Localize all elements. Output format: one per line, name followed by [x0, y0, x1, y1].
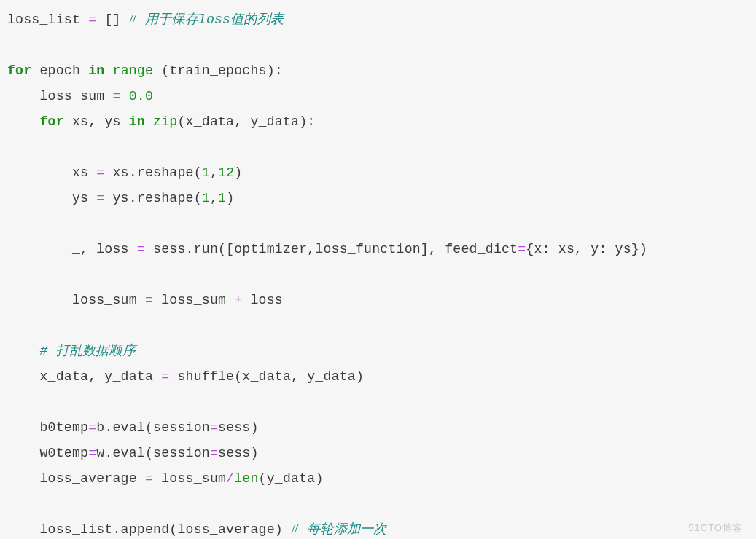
- code-block: loss_list = [] # 用于保存loss值的列表 for epoch …: [0, 0, 756, 539]
- code-line: for xs, ys in zip(x_data, y_data):: [7, 114, 315, 129]
- code-line: b0temp=b.eval(session=sess): [7, 420, 259, 435]
- code-line: _, loss = sess.run([optimizer,loss_funct…: [7, 242, 647, 256]
- code-line: loss_list.append(loss_average) # 每轮添加一次: [7, 522, 386, 537]
- code-line: loss_average = loss_sum/len(y_data): [7, 471, 324, 486]
- code-line: loss_list = [] # 用于保存loss值的列表: [7, 12, 284, 27]
- comment: # 用于保存loss值的列表: [129, 12, 284, 27]
- code-line: ys = ys.reshape(1,1): [7, 191, 234, 205]
- code-line: # 打乱数据顺序: [7, 344, 136, 358]
- code-line: for epoch in range (train_epochs):: [7, 63, 283, 78]
- code-line: x_data, y_data = shuffle(x_data, y_data): [7, 369, 364, 384]
- comment: # 每轮添加一次: [291, 522, 386, 537]
- code-line: loss_sum = 0.0: [7, 89, 153, 103]
- code-line: loss_sum = loss_sum + loss: [7, 293, 283, 307]
- watermark: 51CTO博客: [688, 522, 743, 535]
- code-line: xs = xs.reshape(1,12): [7, 165, 242, 180]
- comment: # 打乱数据顺序: [39, 344, 135, 358]
- code-line: w0temp=w.eval(session=sess): [7, 446, 259, 460]
